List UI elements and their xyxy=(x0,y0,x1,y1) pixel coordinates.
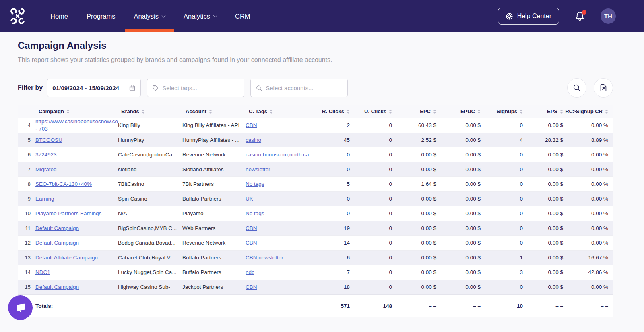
ctags-link[interactable]: casino,bonuscom,north ca xyxy=(246,151,309,158)
search-button[interactable] xyxy=(567,78,586,98)
column-header-label: C. Tags xyxy=(249,108,267,114)
date-range-input[interactable] xyxy=(47,79,141,97)
cell-rc_cr: 0.00 % xyxy=(568,181,613,187)
column-header-campaign[interactable]: Campaign xyxy=(35,108,118,114)
select-accounts-input[interactable] xyxy=(250,79,348,97)
ctags-link[interactable]: newsletter xyxy=(246,166,270,172)
select-tags-field[interactable] xyxy=(162,85,239,91)
top-nav: HomeProgramsAnalysisAnalyticsCRM Help Ce… xyxy=(0,0,644,32)
cell-ctags: CBN xyxy=(246,122,322,128)
cell-row-number: 14 xyxy=(23,269,31,275)
table-row: 12Default CampaignBodog Canada,Bovad...R… xyxy=(18,236,613,251)
cell-account: Jackpot Partners xyxy=(182,284,246,290)
filter-bar: Filter by xyxy=(18,78,613,98)
table-row: 5BTCGOSUHunnyPlayHunnyPlay Affiliates - … xyxy=(18,133,613,148)
sort-icon xyxy=(605,110,608,114)
help-center-label: Help Center xyxy=(517,12,551,20)
campaign-link[interactable]: BTCGOSU xyxy=(35,137,118,144)
column-header-epc[interactable]: EPC xyxy=(397,108,442,114)
cell-epc: 0.00 $ xyxy=(397,196,442,202)
select-tags-input[interactable] xyxy=(147,79,244,97)
user-avatar[interactable]: TH xyxy=(601,8,616,24)
ctags-link[interactable]: CBN xyxy=(246,225,257,231)
ctags-link[interactable]: ndc xyxy=(246,269,254,275)
chat-widget-button[interactable] xyxy=(8,295,33,320)
table-row: 4https://www.casinobonusesnow.co - 703Ki… xyxy=(18,118,613,133)
campaign-link[interactable]: 3724923 xyxy=(35,151,118,158)
ctags-link[interactable]: No tags xyxy=(246,181,264,187)
ctags-link[interactable]: UK xyxy=(246,196,253,202)
cell-rc_cr: 0.00 % xyxy=(568,122,613,128)
cell-eps: 0.00 $ xyxy=(528,210,568,216)
cell-r_clicks: 14 xyxy=(322,240,355,246)
column-header-signups[interactable]: Signups xyxy=(486,108,528,114)
nav-item-crm[interactable]: CRM xyxy=(226,0,260,32)
date-range-value[interactable] xyxy=(52,85,126,91)
cell-ctags: UK xyxy=(246,196,322,202)
column-header-rc_cr[interactable]: RC>Signup CR xyxy=(568,108,613,114)
campaign-link[interactable]: Playamo Partners Earnings xyxy=(35,210,118,217)
campaign-link[interactable]: https://www.casinobonusesnow.co - 703 xyxy=(35,118,118,132)
cell-account: Buffalo Partners xyxy=(182,269,246,275)
campaign-table: CampaignBrandsAccountC. TagsR. ClicksU. … xyxy=(18,105,613,317)
cell-signups: 0 xyxy=(486,210,528,216)
campaign-link[interactable]: Earning xyxy=(35,195,118,203)
notifications-button[interactable] xyxy=(574,11,585,22)
column-header-label: EPC xyxy=(420,108,431,114)
campaign-link[interactable]: Default Affiliate Campaign xyxy=(35,254,118,261)
cell-rc_cr: 42.86 % xyxy=(568,269,613,275)
ctags-link[interactable]: CBN xyxy=(246,122,257,128)
cell-signups: 0 xyxy=(486,284,528,290)
sort-icon xyxy=(560,110,563,114)
cell-signups: 0 xyxy=(486,225,528,231)
select-accounts-field[interactable] xyxy=(266,85,343,91)
campaign-link[interactable]: NDC1 xyxy=(35,269,118,276)
cell-account: HunnyPlay Affiliates - ... xyxy=(182,137,246,143)
campaign-link[interactable]: Default Campaign xyxy=(35,225,118,232)
campaign-link[interactable]: Default Campaign xyxy=(35,239,118,247)
cell-epc: 1.64 $ xyxy=(397,181,442,187)
column-header-epuc[interactable]: EPUC xyxy=(442,108,486,114)
ctags-link[interactable]: No tags xyxy=(246,210,264,216)
table-row: 7MigratedslotlandSlotland Affiliatesnews… xyxy=(18,162,613,177)
cell-ctags: CBN,newsletter xyxy=(246,255,322,261)
nav-item-home[interactable]: Home xyxy=(41,0,77,32)
sort-icon xyxy=(209,110,212,114)
cell-epc: 2.52 $ xyxy=(397,137,442,143)
logo-icon xyxy=(9,7,27,25)
nav-item-analysis[interactable]: Analysis xyxy=(125,0,174,32)
campaign-link[interactable]: Migrated xyxy=(35,166,118,173)
column-header-label: Brands xyxy=(121,108,139,114)
app-logo[interactable] xyxy=(9,7,27,25)
help-center-button[interactable]: Help Center xyxy=(498,8,559,25)
nav-item-programs[interactable]: Programs xyxy=(77,0,125,32)
cell-campaign: NDC1 xyxy=(35,269,118,276)
page-subtitle: This report shows your statistics groupe… xyxy=(18,56,644,64)
cell-u_clicks: 0 xyxy=(355,210,397,216)
ctags-link[interactable]: CBN,newsletter xyxy=(246,255,283,261)
total-epuc: – – xyxy=(442,303,486,309)
export-button[interactable] xyxy=(594,78,613,98)
ctags-link[interactable]: CBN xyxy=(246,240,257,246)
sort-icon xyxy=(347,110,350,114)
cell-row-number: 8 xyxy=(23,181,31,187)
column-header-eps[interactable]: EPS xyxy=(528,108,568,114)
cell-campaign: SEO-7bit-CA-130+40% xyxy=(35,181,118,188)
cell-epuc: 0.00 $ xyxy=(442,151,486,158)
column-header-brands[interactable]: Brands xyxy=(118,108,182,114)
cell-r_clicks: 0 xyxy=(322,210,355,216)
column-header-u_clicks[interactable]: U. Clicks xyxy=(355,108,397,114)
campaign-link[interactable]: SEO-7bit-CA-130+40% xyxy=(35,181,118,188)
column-header-ctags[interactable]: C. Tags xyxy=(246,108,322,114)
ctags-link[interactable]: CBN xyxy=(246,284,257,290)
cell-eps: 0.00 $ xyxy=(528,240,568,246)
column-header-r_clicks[interactable]: R. Clicks xyxy=(322,108,355,114)
campaign-link[interactable]: Default Campaign xyxy=(35,284,118,291)
avatar-initials: TH xyxy=(604,13,612,19)
nav-item-analytics[interactable]: Analytics xyxy=(174,0,226,32)
ctags-link[interactable]: casino xyxy=(246,137,261,143)
notification-dot xyxy=(582,10,586,15)
column-header-account[interactable]: Account xyxy=(182,108,246,114)
calendar-icon xyxy=(129,85,136,91)
cell-campaign: Default Campaign xyxy=(35,225,118,232)
